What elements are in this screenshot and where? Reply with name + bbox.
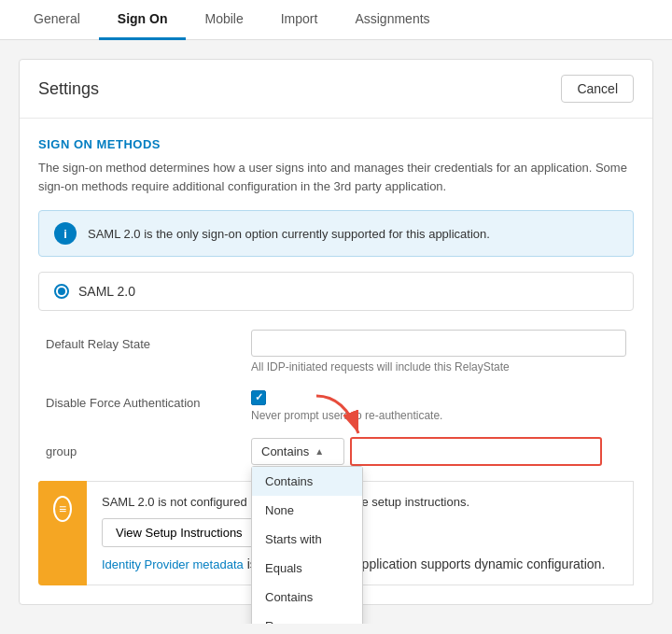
dropdown-item-contains-top[interactable]: Contains	[252, 467, 362, 496]
saml-label: SAML 2.0	[78, 284, 135, 299]
radio-dot-inner	[58, 288, 65, 295]
disable-force-auth-label: Disable Force Authentication	[46, 388, 251, 410]
relay-state-field: All IDP-initiated requests will include …	[251, 330, 626, 373]
identity-provider-link[interactable]: Identity Provider metadata	[102, 557, 244, 571]
tab-general[interactable]: General	[15, 0, 99, 40]
settings-body: SIGN ON METHODS The sign-on method deter…	[20, 119, 652, 604]
section-description: The sign-on method determines how a user…	[38, 159, 634, 195]
page-content: Settings Cancel SIGN ON METHODS The sign…	[0, 40, 672, 624]
disable-force-auth-row: Disable Force Authentication Never promp…	[46, 388, 626, 422]
dropdown-value: Contains	[261, 444, 309, 458]
info-banner: i SAML 2.0 is the only sign-on option cu…	[38, 210, 634, 257]
tabs-bar: General Sign On Mobile Import Assignment…	[0, 0, 672, 40]
disable-force-auth-hint: Never prompt users to re-authenticate.	[251, 409, 626, 422]
relay-state-row: Default Relay State All IDP-initiated re…	[46, 330, 626, 373]
settings-header: Settings Cancel	[20, 60, 652, 119]
section-title: SIGN ON METHODS	[38, 137, 634, 151]
dropdown-item-regex[interactable]: Regex	[252, 612, 362, 624]
tab-assignments[interactable]: Assignments	[336, 0, 448, 40]
saml-option[interactable]: SAML 2.0	[38, 272, 634, 311]
warning-icon: ≡	[53, 496, 72, 522]
warning-strip: ≡	[38, 481, 87, 537]
tab-sign-on[interactable]: Sign On	[99, 0, 187, 40]
dropdown-item-contains[interactable]: Contains	[252, 583, 362, 612]
disable-force-auth-checkbox[interactable]	[251, 390, 266, 405]
view-setup-button[interactable]: View Setup Instructions	[102, 518, 257, 547]
relay-state-hint: All IDP-initiated requests will include …	[251, 360, 626, 373]
form-section: Default Relay State All IDP-initiated re…	[38, 330, 634, 466]
saml-radio[interactable]	[54, 284, 69, 299]
tab-mobile[interactable]: Mobile	[186, 0, 261, 40]
group-row: group	[46, 437, 626, 466]
dropdown-arrow-icon: ▲	[315, 446, 324, 457]
dropdown-item-none[interactable]: None	[252, 496, 362, 525]
disable-force-auth-field: Never prompt users to re-authenticate.	[251, 388, 626, 422]
dropdown-item-equals[interactable]: Equals	[252, 554, 362, 583]
group-label: group	[46, 437, 251, 458]
info-icon: i	[54, 222, 77, 245]
settings-card: Settings Cancel SIGN ON METHODS The sign…	[19, 59, 653, 605]
group-text-input[interactable]	[350, 437, 602, 466]
relay-state-label: Default Relay State	[46, 330, 251, 351]
info-banner-text: SAML 2.0 is the only sign-on option curr…	[88, 227, 490, 241]
cancel-button[interactable]: Cancel	[561, 75, 634, 103]
group-controls: Contains ▲ Contains None Starts with Equ…	[251, 437, 602, 466]
group-dropdown[interactable]: Contains ▲	[251, 438, 344, 465]
dropdown-item-starts-with[interactable]: Starts with	[252, 525, 362, 554]
settings-title: Settings	[38, 79, 99, 99]
relay-state-input[interactable]	[251, 330, 626, 357]
group-dropdown-menu: Contains None Starts with Equals Contain…	[251, 466, 363, 624]
tab-import[interactable]: Import	[262, 0, 337, 40]
